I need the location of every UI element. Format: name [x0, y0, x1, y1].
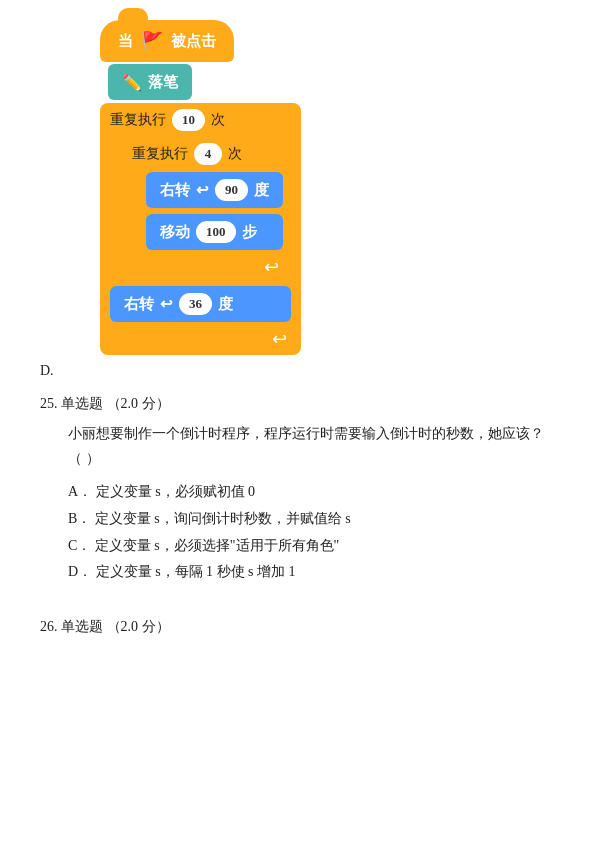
question-26: 26. 单选题 （2.0 分） — [40, 618, 556, 636]
inner-loop-block: 重复执行 4 次 右转 ↩ 90 度 移动 100 步 ↩ — [124, 138, 291, 283]
option-d-text: 定义变量 s，每隔 1 秒使 s 增加 1 — [96, 564, 296, 579]
turn-icon: ↩ — [196, 181, 209, 199]
inner-loop-unit: 次 — [228, 145, 242, 163]
option-b-text: 定义变量 s，询问倒计时秒数，并赋值给 s — [95, 511, 351, 526]
hat-suffix: 被点击 — [171, 32, 216, 51]
move-unit: 步 — [242, 223, 257, 242]
turn-right-unit: 度 — [254, 181, 269, 200]
flag-icon: 🚩 — [141, 30, 163, 52]
q25-options: A． 定义变量 s，必须赋初值 0 B． 定义变量 s，询问倒计时秒数，并赋值给… — [68, 479, 556, 585]
pen-block: ✏️ 落笔 — [108, 64, 192, 100]
outer-loop-value: 10 — [172, 109, 205, 131]
q25-title: 25. 单选题 （2.0 分） — [40, 395, 556, 413]
inner-loop-header: 重复执行 4 次 — [132, 143, 283, 165]
q25-option-b: B． 定义变量 s，询问倒计时秒数，并赋值给 s — [68, 506, 556, 533]
question-25: 25. 单选题 （2.0 分） 小丽想要制作一个倒计时程序，程序运行时需要输入倒… — [40, 395, 556, 586]
move-label: 移动 — [160, 223, 190, 242]
turn-right2-unit: 度 — [218, 295, 233, 314]
outer-loop-unit: 次 — [211, 111, 225, 129]
outer-loop-header: 重复执行 10 次 — [110, 109, 291, 131]
turn-right-value: 90 — [215, 179, 248, 201]
turn-right2-value: 36 — [179, 293, 212, 315]
scratch-blocks: 当 🚩 被点击 ✏️ 落笔 重复执行 10 次 重复执行 4 次 右转 ↩ 90 — [100, 20, 556, 355]
outer-loop-arrow: ↩ — [110, 328, 291, 353]
option-a-label: A． — [68, 484, 92, 499]
option-b-label: B． — [68, 511, 91, 526]
option-c-label: C． — [68, 538, 91, 553]
inner-loop-label: 重复执行 — [132, 145, 188, 163]
move-block: 移动 100 步 — [146, 214, 283, 250]
label-d: D. — [40, 363, 556, 379]
inner-loop-value: 4 — [194, 143, 222, 165]
outer-loop-label: 重复执行 — [110, 111, 166, 129]
q25-option-c: C． 定义变量 s，必须选择"适用于所有角色" — [68, 533, 556, 560]
q25-option-a: A． 定义变量 s，必须赋初值 0 — [68, 479, 556, 506]
inner-loop-arrow: ↩ — [132, 256, 283, 281]
pencil-icon: ✏️ — [122, 73, 142, 92]
outer-loop-block: 重复执行 10 次 重复执行 4 次 右转 ↩ 90 度 移动 100 步 — [100, 103, 301, 355]
q25-option-d: D． 定义变量 s，每隔 1 秒使 s 增加 1 — [68, 559, 556, 586]
option-d-label: D． — [68, 564, 92, 579]
turn-right2-label: 右转 — [124, 295, 154, 314]
pen-label: 落笔 — [148, 73, 178, 92]
option-a-text: 定义变量 s，必须赋初值 0 — [96, 484, 255, 499]
turn-right-block: 右转 ↩ 90 度 — [146, 172, 283, 208]
hat-block: 当 🚩 被点击 — [100, 20, 234, 62]
turn-right-label: 右转 — [160, 181, 190, 200]
q25-content: 小丽想要制作一个倒计时程序，程序运行时需要输入倒计时的秒数，她应该？（ ） — [68, 421, 556, 471]
turn-right2-block: 右转 ↩ 36 度 — [110, 286, 291, 322]
option-c-text: 定义变量 s，必须选择"适用于所有角色" — [95, 538, 339, 553]
move-value: 100 — [196, 221, 236, 243]
q26-title: 26. 单选题 （2.0 分） — [40, 618, 556, 636]
turn-icon2: ↩ — [160, 295, 173, 313]
hat-label: 当 — [118, 32, 133, 51]
